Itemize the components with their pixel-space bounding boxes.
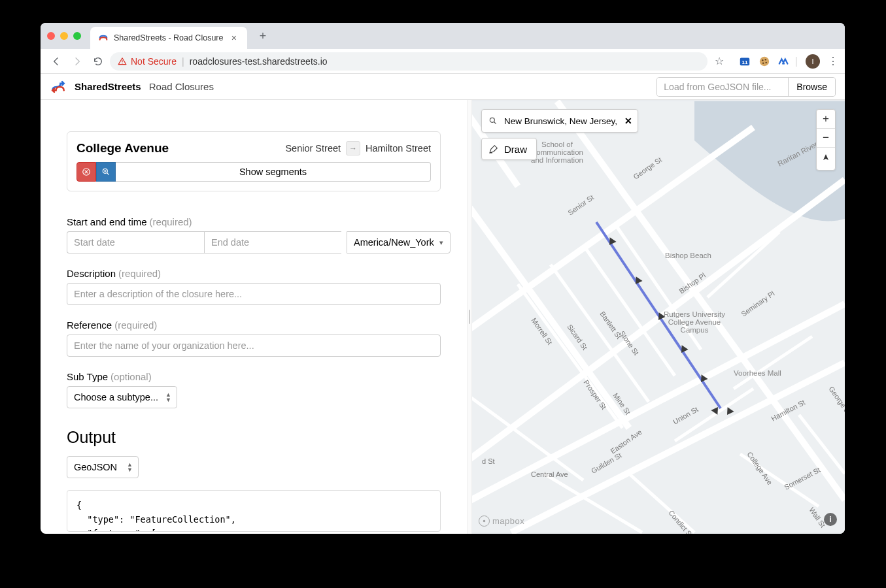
close-window-button[interactable] <box>47 32 55 40</box>
street-name: College Avenue <box>77 141 169 155</box>
browser-menu-button[interactable]: ⋮ <box>828 55 838 67</box>
svg-point-6 <box>764 59 766 60</box>
svg-text:Central Ave: Central Ave <box>531 470 568 478</box>
zoom-controls: + − <box>816 109 836 171</box>
panel-resize-handle[interactable] <box>467 100 472 534</box>
search-icon <box>488 116 498 125</box>
svg-text:d St: d St <box>482 457 495 465</box>
zoom-to-street-button[interactable] <box>96 162 116 182</box>
svg-point-7 <box>765 61 766 63</box>
mapbox-attribution[interactable]: mapbox <box>479 515 524 527</box>
svg-point-8 <box>762 62 764 63</box>
subtype-select[interactable]: Choose a subtype... ▲▼ <box>67 386 177 408</box>
svg-point-1 <box>122 63 122 63</box>
security-indicator[interactable]: Not Secure <box>118 56 177 67</box>
reload-button[interactable] <box>89 52 107 71</box>
extension-icon[interactable] <box>778 56 790 67</box>
favicon-icon <box>98 33 109 43</box>
zoom-in-button[interactable]: + <box>817 110 835 129</box>
svg-text:11: 11 <box>741 59 747 65</box>
app-subtitle: Road Closures <box>149 81 214 92</box>
pencil-icon <box>488 144 499 154</box>
tab-strip: SharedStreets - Road Closure × + <box>41 23 845 49</box>
back-button[interactable] <box>47 52 65 71</box>
form-panel: College Avenue Senior Street → Hamilton … <box>41 100 467 534</box>
timezone-select[interactable]: America/New_York <box>347 231 451 253</box>
svg-line-13 <box>107 173 109 175</box>
new-tab-button[interactable]: + <box>254 27 272 45</box>
app-title: SharedStreets <box>75 81 141 92</box>
clear-search-button[interactable]: ✕ <box>624 116 632 126</box>
forward-button[interactable] <box>68 52 86 71</box>
map-panel[interactable]: Raritan River <box>472 100 845 534</box>
map-canvas[interactable]: Raritan River <box>472 100 845 534</box>
file-loader: Browse <box>656 77 836 97</box>
app-content: College Avenue Senior Street → Hamilton … <box>41 100 845 534</box>
bookmark-star-icon[interactable]: ☆ <box>710 52 728 71</box>
show-segments-button[interactable]: Show segments <box>116 162 431 182</box>
profile-avatar[interactable]: I <box>806 54 820 69</box>
description-input[interactable] <box>67 283 441 305</box>
arrow-right-icon: → <box>346 141 360 155</box>
browser-tab[interactable]: SharedStreets - Road Closure × <box>90 27 247 49</box>
from-street: Senior Street <box>285 143 341 154</box>
extension-icon[interactable] <box>758 56 770 67</box>
file-path-input[interactable] <box>657 78 788 96</box>
browser-window: SharedStreets - Road Closure × + Not Sec… <box>41 23 845 534</box>
map-info-button[interactable]: i <box>824 513 837 526</box>
extension-icon[interactable]: 11 <box>739 56 751 67</box>
street-path: Senior Street → Hamilton Street <box>285 141 431 155</box>
maximize-window-button[interactable] <box>73 32 81 40</box>
minimize-window-button[interactable] <box>60 32 68 40</box>
map-search-input[interactable] <box>504 116 618 126</box>
svg-point-45 <box>483 520 486 523</box>
compass-button[interactable] <box>817 148 835 170</box>
svg-line-44 <box>494 122 496 124</box>
map-search: ✕ <box>481 109 638 133</box>
subtype-label: Sub Type(optional) <box>67 371 441 382</box>
description-label: Description(required) <box>67 268 441 279</box>
browser-toolbar: Not Secure | roadclosures-test.sharedstr… <box>41 49 845 74</box>
time-label: Start and end time(required) <box>67 216 441 227</box>
street-card: College Avenue Senior Street → Hamilton … <box>67 131 441 191</box>
output-code: { "type": "FeatureCollection", "features… <box>67 490 441 532</box>
tab-title: SharedStreets - Road Closure <box>114 33 223 42</box>
window-controls <box>47 32 81 40</box>
zoom-out-button[interactable]: − <box>817 129 835 148</box>
output-format-select[interactable]: GeoJSON ▲▼ <box>67 456 139 478</box>
start-date-input[interactable] <box>67 231 204 253</box>
reference-label: Reference(required) <box>67 319 441 331</box>
end-date-input[interactable] <box>204 231 341 253</box>
output-heading: Output <box>67 428 441 447</box>
extensions: 11 <box>739 56 790 67</box>
app-header: SharedStreets Road Closures Browse <box>41 74 845 100</box>
to-street: Hamilton Street <box>366 143 431 154</box>
browse-button[interactable]: Browse <box>788 78 835 96</box>
address-bar[interactable]: Not Secure | roadclosures-test.sharedstr… <box>110 52 707 71</box>
svg-text:Voorhees Mall: Voorhees Mall <box>734 369 781 377</box>
svg-point-43 <box>490 118 494 122</box>
reference-input[interactable] <box>67 335 441 357</box>
draw-button[interactable]: Draw <box>481 138 537 160</box>
svg-point-5 <box>762 59 763 61</box>
app-logo-icon <box>50 80 67 94</box>
svg-text:Bishop Beach: Bishop Beach <box>665 252 711 259</box>
close-tab-button[interactable]: × <box>229 33 239 43</box>
svg-point-4 <box>760 56 769 65</box>
delete-street-button[interactable] <box>77 162 96 182</box>
url-text: roadclosures-test.sharedstreets.io <box>190 56 328 67</box>
